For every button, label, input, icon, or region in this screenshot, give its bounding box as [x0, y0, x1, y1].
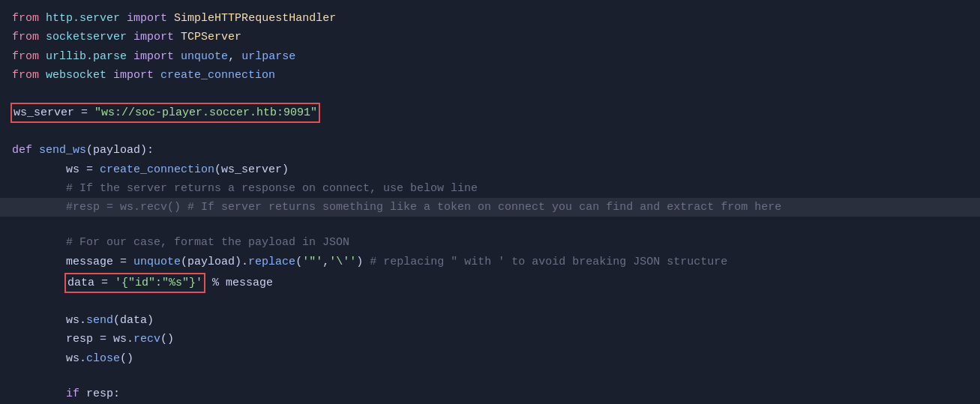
module-urllib-parse: urllib.parse	[46, 48, 127, 65]
empty-line-5	[0, 85, 980, 101]
code-line-13: # For our case, format the payload in JS…	[0, 233, 980, 252]
code-line-6-wrapper: ws_server = "ws://soc-player.soccer.htb:…	[0, 101, 980, 124]
code-line-19: ws . close ()	[0, 349, 980, 368]
code-line-21: if resp :	[0, 385, 980, 403]
func-send-ws: send_ws	[39, 142, 86, 159]
code-line-17: ws . send ( data )	[0, 311, 980, 330]
code-editor: from http.server import SimpleHTTPReques…	[0, 6, 980, 404]
code-line-1: from http.server import SimpleHTTPReques…	[0, 9, 980, 28]
code-line-8: def send_ws ( payload ):	[0, 141, 980, 160]
code-line-2: from socketserver import TCPServer	[0, 28, 980, 46]
code-line-10: # If the server returns a response on co…	[0, 179, 980, 198]
keyword-from: from	[12, 10, 39, 27]
keyword-import: import	[127, 10, 167, 27]
module-socketserver: socketserver	[46, 28, 127, 46]
code-line-3: from urllib.parse import unquote , urlpa…	[0, 47, 980, 66]
code-line-18: resp = ws . recv ()	[0, 330, 980, 349]
data-box: data = '{"id":"%s"}'	[64, 273, 205, 293]
code-line-4: from websocket import create_connection	[0, 66, 980, 85]
code-line-11: #resp = ws.recv() # If server returns so…	[0, 198, 980, 217]
empty-line-7	[0, 124, 980, 141]
ws-server-box: ws_server = "ws://soc-player.soccer.htb:…	[10, 103, 320, 123]
class-simplehttprequesthandler: SimpleHTTPRequestHandler	[174, 10, 336, 27]
code-line-15-wrapper: data = '{"id":"%s"}' % message	[0, 271, 980, 295]
class-tcpserver: TCPServer	[181, 28, 241, 46]
code-line-9: ws = create_connection ( ws_server )	[0, 160, 980, 179]
empty-line-16	[0, 295, 980, 311]
module-websocket: websocket	[46, 67, 106, 84]
empty-line-12	[0, 217, 980, 233]
empty-line-20	[0, 368, 980, 385]
func-urlparse: urlparse	[241, 48, 295, 65]
func-create-connection: create_connection	[160, 67, 275, 84]
module-http-server: http.server	[46, 10, 120, 27]
func-unquote: unquote	[181, 48, 228, 65]
code-line-14: message = unquote ( payload ). replace (…	[0, 253, 980, 271]
